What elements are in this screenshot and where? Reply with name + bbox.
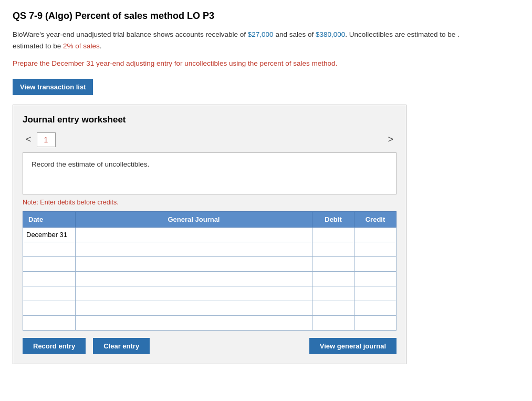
intro-percent: 2% of sales	[63, 42, 100, 50]
intro-amount1: $27,000	[248, 30, 274, 38]
journal-table: Date General Journal Debit Credit	[23, 211, 397, 331]
row1-debit-input[interactable]	[316, 231, 351, 239]
row1-credit	[354, 227, 397, 242]
row7-credit-input[interactable]	[358, 319, 393, 327]
row7-gj-input[interactable]	[79, 319, 309, 327]
row7-debit-input[interactable]	[316, 319, 351, 327]
row1-date-input[interactable]	[26, 231, 72, 239]
table-row	[23, 315, 397, 330]
col-header-debit: Debit	[312, 211, 354, 227]
row2-debit-input[interactable]	[316, 245, 351, 253]
table-row	[23, 227, 397, 242]
row7-date-input[interactable]	[26, 319, 72, 327]
row2-gj-input[interactable]	[79, 245, 309, 253]
worksheet-title: Journal entry worksheet	[23, 115, 397, 125]
row3-credit-input[interactable]	[358, 260, 393, 268]
record-entry-button[interactable]: Record entry	[23, 338, 86, 354]
intro-text-part3: . Uncollectibles are estimated to be	[345, 30, 457, 38]
col-header-credit: Credit	[354, 211, 397, 227]
table-row	[23, 286, 397, 301]
row4-date-input[interactable]	[26, 275, 72, 283]
table-row	[23, 242, 397, 256]
row1-credit-input[interactable]	[358, 231, 393, 239]
row2-date-input[interactable]	[26, 245, 72, 253]
row3-date-input[interactable]	[26, 260, 72, 268]
row4-gj-input[interactable]	[79, 275, 309, 283]
buttons-row: Record entry Clear entry View general jo…	[23, 338, 397, 354]
row6-credit-input[interactable]	[358, 304, 393, 312]
entry-description: Record the estimate of uncollectibles.	[23, 152, 397, 194]
row5-credit-input[interactable]	[358, 290, 393, 297]
view-transaction-button[interactable]: View transaction list	[13, 79, 93, 95]
row5-debit-input[interactable]	[316, 290, 351, 297]
col-header-date: Date	[23, 211, 76, 227]
row4-credit-input[interactable]	[358, 275, 393, 283]
row1-date	[23, 227, 76, 242]
row2-credit-input[interactable]	[358, 245, 393, 253]
row6-gj-input[interactable]	[79, 304, 309, 312]
row4-debit-input[interactable]	[316, 275, 351, 283]
row6-debit-input[interactable]	[316, 304, 351, 312]
row1-gj-input[interactable]	[79, 231, 309, 239]
note-text: Note: Enter debits before credits.	[23, 199, 397, 206]
clear-entry-button[interactable]: Clear entry	[93, 338, 150, 354]
intro-text-part2: and sales of	[274, 30, 316, 38]
table-row	[23, 271, 397, 286]
next-page-button[interactable]: >	[384, 133, 397, 146]
table-row	[23, 301, 397, 315]
page-number: 1	[37, 132, 56, 147]
worksheet-container: Journal entry worksheet < 1 > Record the…	[13, 105, 406, 364]
row1-debit	[312, 227, 354, 242]
nav-row: < 1 >	[23, 132, 397, 147]
row5-gj-input[interactable]	[79, 290, 309, 297]
intro-paragraph: BioWare's year-end unadjusted trial bala…	[13, 29, 519, 52]
intro-text-part4: .	[457, 30, 460, 38]
intro-amount2: $380,000	[316, 30, 345, 38]
view-general-journal-button[interactable]: View general journal	[309, 338, 397, 354]
row1-gj	[76, 227, 312, 242]
row3-debit-input[interactable]	[316, 260, 351, 268]
page-title: QS 7-9 (Algo) Percent of sales method LO…	[13, 11, 519, 22]
instruction-text: Prepare the December 31 year-end adjusti…	[13, 58, 519, 69]
prev-page-button[interactable]: <	[23, 133, 35, 146]
row3-gj-input[interactable]	[79, 260, 309, 268]
col-header-gj: General Journal	[76, 211, 312, 227]
row6-date-input[interactable]	[26, 304, 72, 312]
intro-2nd-line: estimated to be 2% of sales.	[13, 42, 102, 50]
intro-text-part1: BioWare's year-end unadjusted trial bala…	[13, 30, 248, 38]
table-row	[23, 256, 397, 271]
row5-date-input[interactable]	[26, 290, 72, 297]
